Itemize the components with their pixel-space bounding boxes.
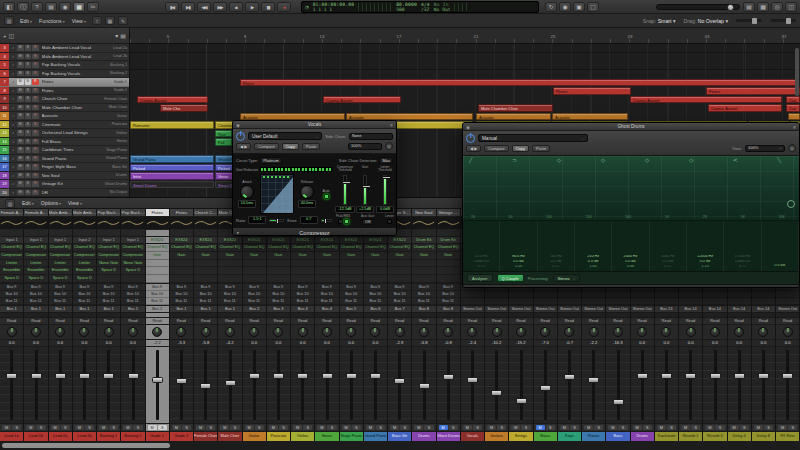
strip-fader[interactable] — [121, 347, 144, 424]
mute-button[interactable]: M — [196, 425, 205, 430]
strip-send-slot[interactable]: Bus 11 — [194, 298, 217, 305]
strip-plugin-slot[interactable] — [218, 260, 241, 268]
strip-midi-fx-slot[interactable] — [24, 230, 47, 237]
prev-next-preset-buttons[interactable]: ◀ ▶ — [466, 145, 481, 152]
fader-cap[interactable] — [467, 377, 478, 383]
strip-input-slot[interactable]: EXS24 — [218, 237, 241, 244]
solo-button[interactable]: S — [25, 139, 32, 145]
v-zoom-thumb[interactable] — [786, 18, 791, 24]
solo-button[interactable]: S — [12, 425, 21, 430]
strip-output-slot[interactable]: Stereo Out — [606, 306, 629, 313]
strip-fader[interactable] — [146, 347, 169, 424]
track-header-3[interactable]: 3♪MSRMale Ambient Lead VocalLead 2a — [0, 44, 129, 53]
compressor-slider-1[interactable]: Gain+2.5dB — [355, 166, 375, 213]
mute-button[interactable]: M — [705, 425, 714, 430]
strip-plugin-slot[interactable] — [291, 260, 314, 268]
drag-value[interactable]: No Overlap — [698, 18, 724, 24]
strip-send-slot[interactable]: Bus 10 — [243, 291, 266, 298]
strip-pan-knob[interactable] — [49, 325, 72, 340]
strip-volume-value[interactable]: -2.9 — [388, 340, 411, 347]
strip-volume-value[interactable]: 0.0 — [291, 340, 314, 347]
strip-pan-knob[interactable] — [728, 325, 751, 340]
solo-button[interactable]: S — [230, 425, 239, 430]
strip-plugin-slot[interactable] — [364, 275, 387, 283]
mute-button[interactable]: M — [17, 54, 24, 60]
strip-output-slot[interactable]: Bus 13 — [655, 306, 678, 313]
strip-send-slot[interactable]: Bus 11 — [121, 298, 144, 305]
fader-cap[interactable] — [6, 373, 17, 379]
copy-button[interactable]: Copy — [282, 143, 299, 150]
browsers-icon[interactable]: ◫ — [785, 2, 797, 12]
mute-button[interactable]: M — [511, 425, 520, 430]
knee-value[interactable]: 0.7 — [300, 216, 318, 224]
solo-button[interactable]: S — [25, 173, 32, 179]
strip-volume-value[interactable]: -0.7 — [558, 340, 581, 347]
fader-cap[interactable] — [782, 373, 793, 379]
record-enable-button[interactable]: R — [32, 147, 39, 153]
strip-fader[interactable] — [679, 347, 702, 424]
strip-plugin-slot[interactable] — [437, 267, 460, 275]
mute-button[interactable]: M — [26, 425, 35, 430]
eq-band-7-params[interactable]: 12000 Hz0.0 dB1.10 — [687, 221, 724, 271]
solo-button[interactable]: S — [25, 181, 32, 187]
strip-plugin-slot[interactable]: Channel EQ — [412, 244, 435, 252]
strip-plugin-slot[interactable] — [194, 260, 217, 268]
solo-button[interactable]: S — [109, 425, 118, 430]
strip-plugin-slot[interactable]: Gain — [412, 252, 435, 260]
strip-send-slot[interactable]: Bus 9 — [243, 284, 266, 291]
strip-output-slot[interactable]: Bus 5 — [340, 306, 363, 313]
band-gain[interactable]: 0.0 dB — [538, 260, 574, 264]
mixer-strip-stage-piano[interactable]: Caribbea…EXS24Channel EQGainBus 9Bus 10B… — [340, 209, 364, 441]
strip-send-slot[interactable] — [728, 291, 751, 298]
lcd-tempo[interactable]: 80.0000 500 — [396, 2, 417, 12]
strip-pan-knob[interactable] — [243, 325, 266, 340]
region-male-chamber-choir[interactable]: Male Chamber Choir — [478, 104, 553, 112]
mixer-strip-horns[interactable]: Full Bra…EXS24Channel EQGainBus 9Bus 10B… — [315, 209, 339, 441]
strip-plugin-slot[interactable] — [121, 275, 144, 283]
solo-button[interactable]: S — [570, 425, 579, 430]
strip-automation-mode[interactable]: Read — [437, 318, 460, 325]
strip-plugin-slot[interactable] — [194, 267, 217, 275]
strip-setting-button[interactable]: Female A… — [0, 209, 23, 217]
slider-value[interactable]: -12.5dB — [335, 206, 354, 214]
track-header-7[interactable]: 7♪MSRFlutesGuide 1 — [0, 78, 129, 87]
strip-plugin-slot[interactable] — [388, 275, 411, 283]
forward-button[interactable]: ▶▶ — [213, 2, 227, 12]
slider-thumb[interactable] — [382, 176, 391, 179]
mixer-strip-bass-gtr[interactable]: Finger S…EXS24Channel EQGainBus 9Bus 10B… — [388, 209, 412, 441]
strip-volume-value[interactable]: 0.0 — [49, 340, 72, 347]
eq-band-5-params[interactable]: 2000 Hz0.0 dB0.68 — [612, 221, 649, 271]
strip-plugin-slot[interactable] — [315, 275, 338, 283]
strip-pan-knob[interactable] — [364, 325, 387, 340]
strip-send-slot[interactable] — [679, 291, 702, 298]
strip-fader[interactable] — [388, 347, 411, 424]
strip-send-slot[interactable]: Bus 11 — [412, 298, 435, 305]
compare-button[interactable]: Compare — [254, 143, 278, 150]
panel-menu-icon[interactable]: ▥ — [4, 16, 14, 25]
solo-button[interactable]: S — [691, 425, 700, 430]
solo-button[interactable]: S — [25, 130, 32, 136]
strip-pan-knob[interactable] — [631, 325, 654, 340]
fader-cap[interactable] — [103, 373, 114, 379]
strip-automation-mode[interactable]: Read — [0, 318, 23, 325]
strip-eq-thumbnail[interactable] — [73, 217, 96, 230]
prev-next-preset-buttons[interactable]: ◀ ▶ — [236, 143, 251, 150]
strip-automation-mode[interactable]: Read — [49, 318, 72, 325]
strip-input-slot[interactable]: Input 1 — [49, 237, 72, 244]
mixer-strip-lead-1b[interactable]: Female A…Input 1Channel EQCompressorLimi… — [24, 209, 48, 441]
fader-cap[interactable] — [152, 377, 163, 383]
fader-cap[interactable] — [540, 385, 551, 391]
band-frequency[interactable]: 17000 Hz — [724, 255, 760, 259]
strip-plugin-slot[interactable] — [364, 267, 387, 275]
solo-button[interactable]: S — [546, 425, 555, 430]
cycle-icon[interactable]: ↻ — [545, 2, 557, 12]
smart-controls-icon[interactable]: ◉ — [59, 2, 71, 12]
strip-plugin-slot[interactable]: Channel EQ — [388, 244, 411, 252]
strip-midi-fx-slot[interactable] — [194, 230, 217, 237]
auto-zoom-icon[interactable]: ↕ — [92, 16, 102, 25]
track-header-8[interactable]: 8♪MSRFlutesGuide 2 — [0, 87, 129, 96]
strip-fader[interactable] — [534, 347, 557, 424]
band-q[interactable]: 1.60 — [575, 265, 611, 269]
strip-send-slot[interactable] — [703, 298, 726, 305]
record-enable-button[interactable]: R — [32, 45, 39, 51]
